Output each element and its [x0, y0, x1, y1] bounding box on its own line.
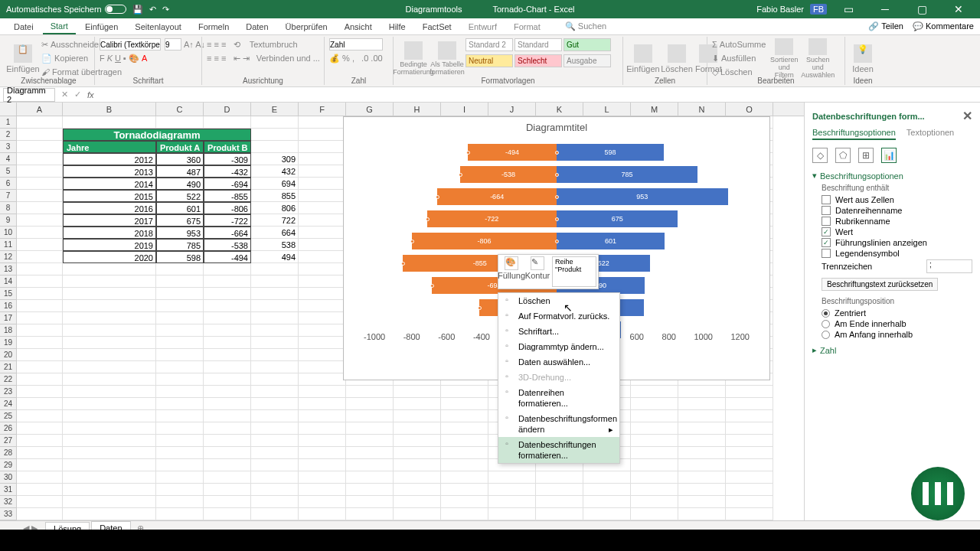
ideas-button[interactable]: 💡Ideen	[850, 38, 876, 80]
font-size-input[interactable]	[165, 38, 181, 51]
separator-dropdown[interactable]: ;	[926, 259, 972, 273]
ctx-item[interactable]: ▫Datenbeschriftungen formatieren...	[498, 437, 619, 463]
tab-format[interactable]: Format	[506, 20, 548, 34]
save-icon[interactable]: 💾	[132, 5, 143, 15]
series-dropdown[interactable]: Reihe "Produkt	[552, 256, 596, 287]
mini-toolbar: 🎨Füllung ✎Kontur Reihe "Produkt	[498, 254, 599, 289]
close-icon[interactable]: ✕	[943, 0, 974, 18]
tab-factset[interactable]: FactSet	[415, 20, 459, 34]
share-button[interactable]: 🔗 Teilen	[868, 21, 903, 31]
format-panel: Datenbeschriftungen form... ✕ Beschriftu…	[804, 103, 980, 520]
radio[interactable]	[822, 309, 830, 318]
checkbox[interactable]	[822, 206, 831, 215]
titlebar: Automatisches Speichern 💾 ↶ ↷ Diagrammto…	[0, 0, 980, 18]
conditional-format-button[interactable]: Bedingte Formatierung	[398, 38, 429, 80]
fx-icon[interactable]: fx	[87, 90, 94, 99]
tab-formeln[interactable]: Formeln	[191, 20, 237, 34]
autosave-toggle[interactable]: Automatisches Speichern	[6, 5, 126, 14]
ribbon-body: 📋Einfügen ✂ Ausschneiden 📄 Kopieren 🖌 Fo…	[0, 35, 980, 87]
checkbox[interactable]	[822, 217, 831, 226]
checkbox[interactable]	[822, 195, 831, 204]
fill-button[interactable]: 🎨Füllung	[500, 256, 523, 287]
insert-cells-button[interactable]: Einfügen	[628, 38, 658, 80]
font-family-input[interactable]	[100, 38, 161, 51]
ctx-item[interactable]: ▫Auf Formatvorl. zurücks.	[498, 308, 619, 324]
number-format-input[interactable]	[329, 38, 383, 51]
ctx-item[interactable]: ▫Daten auswählen...	[498, 354, 619, 370]
formula-bar: Diagramm 2 ✕ ✓ fx	[0, 87, 980, 103]
panel-close-icon[interactable]: ✕	[962, 109, 972, 123]
delete-cells-button[interactable]: Löschen	[662, 38, 692, 80]
table-format-button[interactable]: Als Tabelle formatieren	[432, 38, 462, 80]
tab-start[interactable]: Start	[43, 19, 76, 34]
ctx-item[interactable]: ▫Schriftart...	[498, 324, 619, 339]
tab-ueberpruefen[interactable]: Überprüfen	[278, 20, 335, 34]
checkbox[interactable]	[822, 249, 831, 258]
cancel-formula-icon[interactable]: ✕	[61, 90, 68, 99]
section-number[interactable]: ▸ Zahl	[812, 345, 972, 355]
sheet-area[interactable]: A B C D E F G H I J K L M N O 1234567891…	[0, 103, 804, 520]
label-options-icon[interactable]: 📊	[881, 148, 897, 163]
minimize-icon[interactable]: ─	[870, 0, 900, 18]
tab-seitenlayout[interactable]: Seitenlayout	[127, 20, 189, 34]
checkbox[interactable]: ✓	[822, 238, 831, 247]
ctx-item[interactable]: ▫3D-Drehung...	[498, 370, 619, 385]
ctx-item[interactable]: ▫Löschen	[498, 293, 619, 308]
chart-tools-label: Diagrammtools	[406, 5, 462, 14]
accept-formula-icon[interactable]: ✓	[74, 90, 81, 99]
radio[interactable]	[822, 331, 830, 339]
chart-title[interactable]: Diagrammtitel	[344, 117, 769, 138]
ribbon-options-icon[interactable]: ▭	[833, 0, 864, 18]
section-label-options[interactable]: ▾ Beschriftungsoptionen	[812, 171, 972, 181]
search-label[interactable]: Suchen	[578, 21, 606, 31]
user-name[interactable]: Fabio Basler	[756, 5, 804, 14]
ribbon-tabs: Datei Start Einfügen Seitenlayout Formel…	[0, 18, 980, 35]
reset-label-button[interactable]: Beschriftungstext zurücksetzen	[822, 278, 938, 291]
document-title: Tornado-Chart - Excel	[492, 5, 574, 14]
tab-datei[interactable]: Datei	[6, 20, 41, 34]
context-menu: ▫Löschen▫Auf Formatvorl. zurücks.▫Schrif…	[498, 292, 620, 464]
panel-tab-text-options[interactable]: Textoptionen	[906, 128, 954, 140]
comments-button[interactable]: 💬 Kommentare	[913, 21, 974, 31]
maximize-icon[interactable]: ▢	[906, 0, 937, 18]
paste-button[interactable]: 📋Einfügen	[8, 38, 38, 80]
tab-hilfe[interactable]: Hilfe	[381, 20, 413, 34]
checkbox[interactable]: ✓	[822, 227, 831, 236]
ctx-item[interactable]: ▫Diagrammtyp ändern...	[498, 339, 619, 354]
outline-button[interactable]: ✎Kontur	[526, 256, 549, 287]
tab-entwurf[interactable]: Entwurf	[461, 20, 505, 34]
tab-einfuegen[interactable]: Einfügen	[77, 20, 126, 34]
fill-line-icon[interactable]: ◇	[812, 148, 828, 163]
corner-logo	[911, 467, 965, 520]
effects-icon[interactable]: ⬠	[835, 148, 851, 163]
tab-ansicht[interactable]: Ansicht	[337, 20, 380, 34]
panel-tab-label-options[interactable]: Beschriftungsoptionen	[812, 128, 896, 140]
undo-icon[interactable]: ↶	[149, 5, 156, 15]
ctx-item[interactable]: ▫Datenreihen formatieren...	[498, 385, 619, 411]
tab-daten[interactable]: Daten	[238, 20, 276, 34]
namebox[interactable]: Diagramm 2	[3, 88, 55, 102]
user-avatar[interactable]: FB	[810, 4, 827, 15]
radio[interactable]	[822, 320, 830, 328]
redo-icon[interactable]: ↷	[162, 5, 169, 15]
ctx-item[interactable]: ▫Datenbeschriftungsformen ändern▸	[498, 411, 619, 437]
size-icon[interactable]: ⊞	[858, 148, 874, 163]
panel-title: Datenbeschriftungen form...	[812, 112, 925, 121]
